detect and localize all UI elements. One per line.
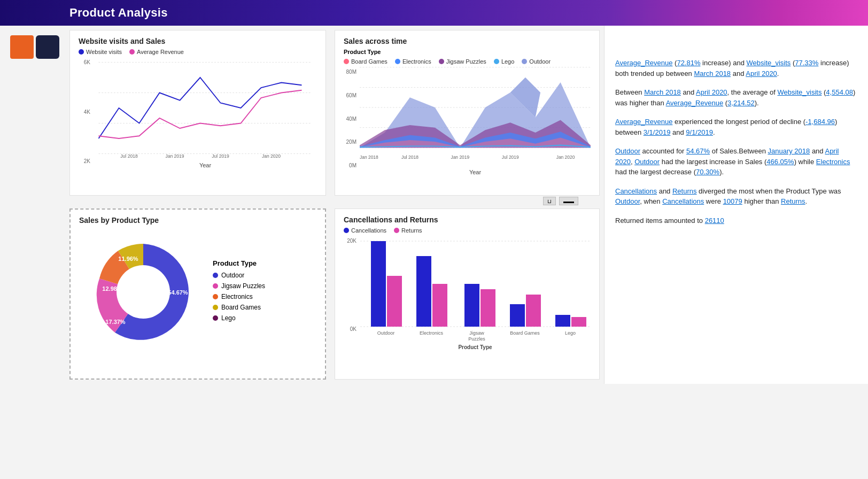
- bar-y-0k: 0K: [344, 326, 356, 332]
- svg-rect-33: [432, 284, 447, 327]
- link-54-67[interactable]: 54.67%: [686, 147, 710, 155]
- insight-1: Average_Revenue (72.81% increase) and We…: [615, 58, 857, 79]
- returns-dot: [394, 228, 399, 233]
- link-avg-revenue-2[interactable]: Average_Revenue: [666, 99, 723, 107]
- link-decline[interactable]: -1,684.96: [805, 118, 835, 126]
- outdoor-donut-dot: [213, 273, 218, 278]
- svg-text:Lego: Lego: [565, 330, 576, 336]
- link-cancellations-2[interactable]: Cancellations: [662, 197, 704, 205]
- cancellations-title: Cancellations and Returns: [344, 215, 591, 224]
- sales-time-title: Sales across time: [344, 37, 591, 45]
- link-electronics-1[interactable]: Electronics: [816, 158, 850, 166]
- website-visits-dot: [79, 49, 84, 55]
- legend-lego: Lego: [494, 58, 514, 65]
- svg-text:Jan 2020: Jan 2020: [556, 154, 575, 160]
- electronics-label: Electronics: [402, 58, 431, 65]
- link-avg-revenue-3[interactable]: Average_Revenue: [615, 118, 672, 126]
- insight-4: Outdoor accounted for 54.67% of Sales.Be…: [615, 146, 857, 177]
- link-outdoor-3[interactable]: Outdoor: [615, 197, 640, 205]
- svg-text:Jul 2019: Jul 2019: [502, 154, 519, 160]
- visits-panel: Website visits and Sales Website visits …: [69, 30, 326, 196]
- link-77-33[interactable]: 77.33%: [795, 59, 818, 67]
- svg-text:Jul 2018: Jul 2018: [401, 154, 418, 160]
- svg-text:11.96%: 11.96%: [118, 256, 138, 262]
- link-10079[interactable]: 10079: [723, 197, 742, 205]
- cancellations-legend: Cancellations Returns: [344, 227, 591, 234]
- link-jan-2018[interactable]: January 2018: [768, 147, 810, 155]
- svg-rect-39: [571, 317, 586, 327]
- svg-point-23: [117, 265, 170, 319]
- page-title: Product Analysis: [69, 6, 168, 20]
- visits-title: Website visits and Sales: [79, 37, 317, 45]
- svg-text:Jan 2019: Jan 2019: [451, 154, 469, 160]
- svg-text:Board Games: Board Games: [510, 330, 540, 336]
- link-3214[interactable]: 3,214.52: [727, 99, 755, 107]
- sales-time-subtitle: Product Type: [344, 49, 381, 55]
- link-returns-1[interactable]: Returns: [672, 187, 697, 195]
- link-outdoor-1[interactable]: Outdoor: [615, 147, 640, 155]
- link-april-2020-2[interactable]: April 2020: [696, 88, 727, 96]
- link-march-2018-1[interactable]: March 2018: [694, 69, 731, 78]
- lego-label: Lego: [501, 58, 514, 65]
- legend-jigsaw: Jigsaw Puzzles: [439, 58, 486, 65]
- sales-time-svg: Jan 2018 Jul 2018 Jan 2019 Jul 2019 Jan …: [360, 67, 591, 166]
- visits-legend: Website visits Average Revenue: [79, 49, 317, 55]
- link-cancellations-1[interactable]: Cancellations: [615, 187, 657, 195]
- sales-time-legend: Board Games Electronics Jigsaw Puzzles: [344, 58, 551, 65]
- link-70-30[interactable]: 70.30%: [696, 168, 719, 176]
- legend-electronics-item: Electronics: [213, 293, 265, 300]
- cancellations-dot: [344, 228, 349, 233]
- y-20m: 20M: [344, 139, 356, 145]
- legend-jigsaw-item: Jigsaw Puzzles: [213, 282, 265, 290]
- legend-avg-revenue: Average Revenue: [129, 49, 184, 55]
- link-26110[interactable]: 26110: [705, 217, 724, 225]
- link-466[interactable]: 466.05%: [766, 158, 794, 166]
- top-row: Website visits and Sales Website visits …: [69, 30, 600, 196]
- link-website-visits-2[interactable]: Website_visits: [778, 88, 822, 96]
- y-axis-2k: 2K: [79, 158, 90, 164]
- svg-text:Jigsaw: Jigsaw: [469, 330, 484, 336]
- legend-website-visits: Website visits: [79, 49, 122, 55]
- svg-rect-30: [371, 241, 386, 327]
- jigsaw-donut-dot: [213, 283, 218, 289]
- legend-board-games-item: Board Games: [213, 304, 265, 311]
- svg-rect-31: [387, 276, 402, 327]
- outdoor-dot: [522, 59, 527, 64]
- svg-rect-38: [555, 315, 570, 327]
- jigsaw-label: Jigsaw Puzzles: [446, 58, 486, 65]
- logo-area: [0, 26, 69, 68]
- board-games-dot: [344, 59, 349, 64]
- link-9-1-2019[interactable]: 9/1/2019: [686, 128, 713, 136]
- electronics-donut-dot: [213, 294, 218, 299]
- svg-rect-32: [416, 256, 431, 327]
- y-40m: 40M: [344, 116, 356, 122]
- board-games-label: Board Games: [351, 58, 387, 65]
- y-axis-4k: 4K: [79, 109, 90, 115]
- link-returns-2[interactable]: Returns: [781, 197, 805, 205]
- legend-returns: Returns: [394, 227, 422, 234]
- svg-text:Jan 2019: Jan 2019: [165, 153, 184, 159]
- cancellations-svg: Outdoor Electronics Jigsaw Puzzles Board…: [360, 236, 591, 353]
- svg-rect-36: [510, 304, 525, 327]
- link-4554[interactable]: 4,554.08: [826, 88, 853, 96]
- link-72-81[interactable]: 72.81%: [677, 59, 700, 67]
- legend-lego-item: Lego: [213, 314, 265, 322]
- outdoor-label: Outdoor: [529, 58, 551, 65]
- jigsaw-dot: [439, 59, 444, 64]
- product-type-title: Sales by Product Type: [79, 216, 316, 225]
- legend-title: Product Type: [213, 259, 265, 267]
- website-visits-label: Website visits: [86, 49, 122, 55]
- cancellations-label: Cancellations: [351, 227, 386, 234]
- link-march-2018-2[interactable]: March 2018: [644, 88, 681, 96]
- link-april-2020-1[interactable]: April 2020: [746, 69, 777, 78]
- avg-revenue-label: Average Revenue: [137, 49, 184, 55]
- sales-time-x-label: Year: [360, 169, 591, 175]
- cancellations-panel: Cancellations and Returns Cancellations …: [335, 208, 600, 380]
- link-outdoor-2[interactable]: Outdoor: [634, 158, 660, 166]
- scroll-right-btn[interactable]: ▬▬: [559, 197, 578, 205]
- link-website-visits-1[interactable]: Website_visits: [747, 59, 791, 67]
- link-avg-revenue-1[interactable]: Average_Revenue: [615, 59, 672, 67]
- scroll-left-btn[interactable]: ⊔: [543, 197, 556, 205]
- link-3-1-2019[interactable]: 3/1/2019: [644, 128, 671, 136]
- donut-container: 54.67% 17.37% 12.98% 11.96% Product Type…: [79, 228, 316, 356]
